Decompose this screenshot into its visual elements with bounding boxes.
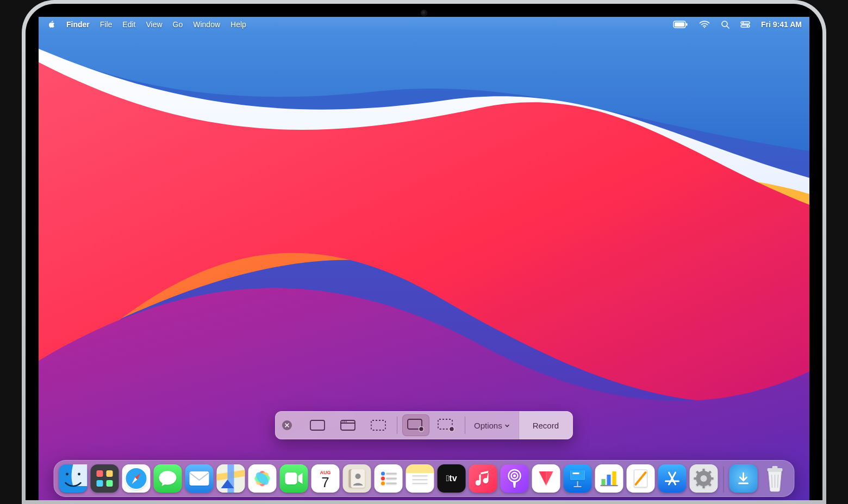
capture-entire-screen-button[interactable] — [304, 414, 331, 436]
menu-edit[interactable]: Edit — [122, 20, 135, 29]
svg-point-46 — [381, 477, 385, 481]
svg-point-56 — [513, 475, 516, 477]
menu-go[interactable]: Go — [173, 20, 183, 29]
svg-point-23 — [449, 427, 454, 432]
svg-rect-13 — [310, 420, 325, 430]
menu-app-name[interactable]: Finder — [66, 20, 90, 29]
svg-rect-29 — [97, 480, 103, 487]
laptop-bezel: Finder File Edit View Go Window Help — [22, 0, 826, 504]
svg-rect-30 — [107, 480, 113, 487]
svg-point-4 — [704, 27, 705, 28]
dock-app-contacts[interactable] — [343, 464, 371, 493]
svg-line-85 — [778, 475, 778, 488]
spotlight-search-icon[interactable] — [721, 20, 729, 29]
menu-bar: Finder File Edit View Go Window Help — [39, 17, 809, 32]
menubar-clock[interactable]: Fri 9:41 AM — [761, 20, 802, 29]
dock-app-news[interactable] — [532, 464, 560, 493]
dock-app-podcasts[interactable] — [501, 464, 529, 493]
dock-app-keynote[interactable] — [564, 464, 592, 493]
svg-line-6 — [727, 26, 729, 28]
dock-app-appstore[interactable] — [658, 464, 687, 493]
svg-rect-62 — [602, 479, 606, 486]
svg-line-83 — [772, 475, 772, 488]
screen: Finder File Edit View Go Window Help — [39, 17, 809, 500]
dock-app-notes[interactable] — [406, 464, 434, 493]
svg-rect-41 — [285, 472, 297, 484]
svg-rect-58 — [571, 470, 585, 480]
dock-app-safari[interactable] — [122, 464, 151, 493]
capture-group — [299, 411, 397, 439]
record-label: Record — [533, 421, 559, 430]
svg-rect-7 — [741, 22, 750, 24]
appletv-icon: tv — [446, 474, 457, 483]
svg-point-25 — [66, 473, 68, 476]
dock-app-system-preferences[interactable] — [690, 464, 718, 493]
svg-rect-27 — [97, 470, 103, 477]
dock-app-facetime[interactable] — [280, 464, 308, 493]
calendar-day-label: 7 — [321, 475, 329, 489]
close-icon — [282, 420, 292, 430]
svg-rect-64 — [613, 471, 616, 486]
laptop-inner-bezel: Finder File Edit View Go Window Help — [26, 4, 822, 500]
svg-rect-82 — [772, 466, 778, 469]
camera-icon — [421, 10, 427, 16]
menu-view[interactable]: View — [146, 20, 162, 29]
svg-point-18 — [346, 421, 347, 423]
dock-app-pages[interactable] — [627, 464, 655, 493]
dock-app-mail[interactable] — [185, 464, 214, 493]
record-selection-button[interactable] — [433, 414, 460, 436]
capture-window-button[interactable] — [334, 414, 361, 436]
svg-rect-35 — [190, 471, 209, 486]
dock-app-messages[interactable] — [154, 464, 182, 493]
svg-point-17 — [344, 421, 345, 423]
options-label: Options — [474, 421, 502, 430]
battery-icon[interactable] — [673, 21, 688, 28]
svg-rect-3 — [686, 23, 688, 26]
svg-point-71 — [701, 475, 707, 482]
svg-line-76 — [697, 471, 699, 474]
dock-trash[interactable] — [761, 464, 789, 493]
svg-point-45 — [381, 472, 385, 476]
svg-point-16 — [342, 421, 344, 423]
dock-app-photos[interactable] — [248, 464, 277, 493]
capture-selection-button[interactable] — [365, 414, 392, 436]
svg-rect-19 — [371, 420, 385, 430]
screenshot-toolbar: Options Record — [275, 411, 573, 439]
svg-line-79 — [697, 483, 699, 486]
svg-rect-59 — [573, 472, 579, 474]
screenshot-close-button[interactable] — [275, 411, 299, 439]
svg-line-78 — [709, 471, 711, 474]
svg-point-21 — [419, 427, 423, 432]
dock-downloads[interactable] — [729, 464, 758, 493]
screenshot-record-button[interactable]: Record — [519, 411, 573, 439]
menu-window[interactable]: Window — [193, 20, 220, 29]
svg-rect-2 — [675, 22, 684, 27]
dock-app-numbers[interactable] — [595, 464, 623, 493]
screenshot-options-button[interactable]: Options — [465, 411, 519, 439]
svg-rect-63 — [607, 475, 611, 486]
control-center-icon[interactable] — [740, 21, 750, 28]
dock-app-tv[interactable]: tv — [438, 464, 466, 493]
svg-point-47 — [381, 482, 385, 486]
dock-app-finder[interactable] — [59, 464, 88, 493]
dock: AUG 7 — [54, 460, 795, 497]
chevron-down-icon — [504, 421, 510, 430]
svg-point-8 — [743, 22, 744, 23]
svg-point-26 — [78, 473, 80, 476]
svg-point-10 — [747, 26, 748, 27]
apple-menu-icon[interactable] — [47, 20, 56, 29]
dock-app-reminders[interactable] — [375, 464, 403, 493]
record-group — [397, 411, 465, 439]
svg-rect-9 — [741, 25, 750, 27]
dock-app-calendar[interactable]: AUG 7 — [311, 464, 340, 493]
wifi-icon[interactable] — [699, 21, 710, 28]
menu-help[interactable]: Help — [230, 20, 246, 29]
svg-rect-28 — [107, 470, 113, 477]
dock-app-music[interactable] — [469, 464, 497, 493]
dock-app-maps[interactable] — [217, 464, 245, 493]
svg-line-77 — [709, 483, 711, 486]
svg-point-44 — [356, 474, 361, 479]
menu-file[interactable]: File — [100, 20, 113, 29]
dock-app-launchpad[interactable] — [91, 464, 119, 493]
record-entire-screen-button[interactable] — [402, 414, 429, 436]
